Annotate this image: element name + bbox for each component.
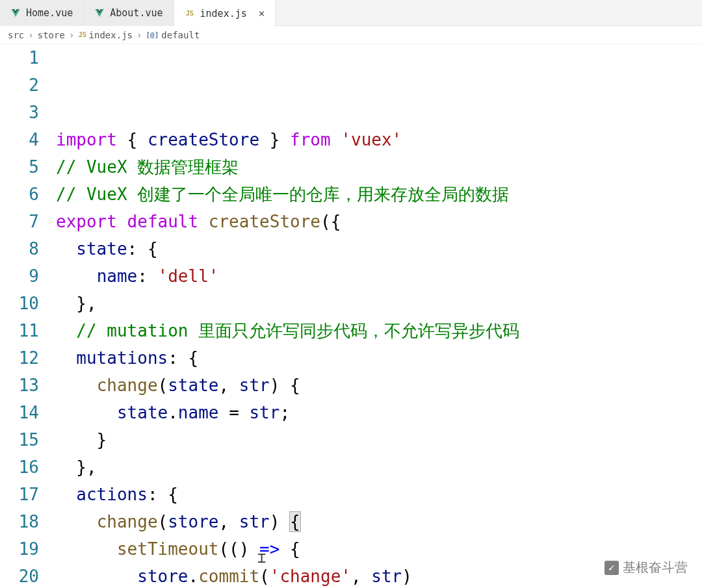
code-line[interactable]: // mutation 里面只允许写同步代码，不允许写异步代码 [56, 317, 702, 344]
code-editor[interactable]: 1234567891011121314151617181920 ⌶ import… [0, 44, 702, 588]
code-content[interactable]: ⌶ import { createStore } from 'vuex'// V… [56, 44, 702, 588]
token-ident: store [137, 567, 188, 586]
code-line[interactable]: state: { [56, 235, 702, 262]
tab-bar: Home.vue About.vue JS index.js × [0, 0, 702, 26]
breadcrumb-item[interactable]: src [8, 30, 24, 40]
code-line[interactable]: actions: { [56, 481, 702, 508]
token-punct: : { [148, 485, 178, 504]
token-ident: name [97, 266, 138, 286]
token-punct: , [218, 376, 239, 395]
token-punct [117, 212, 127, 231]
token-ident: mutations [76, 348, 168, 368]
code-line[interactable]: state.name = str; [56, 399, 702, 426]
vue-icon [10, 8, 21, 18]
token-punct: : { [127, 239, 158, 259]
code-line[interactable]: // VueX 数据管理框架 [56, 153, 702, 181]
token-str: 'vuex' [341, 130, 402, 149]
token-punct: . [188, 567, 199, 586]
js-icon: JS [78, 31, 86, 39]
tab-home-vue[interactable]: Home.vue [0, 0, 84, 26]
token-punct: ) [270, 512, 290, 531]
chevron-right-icon: › [68, 30, 75, 40]
vue-icon [94, 8, 105, 18]
token-punct [56, 539, 117, 559]
token-kw: from [290, 130, 331, 149]
token-ident: str [239, 512, 270, 531]
token-punct [56, 348, 76, 368]
breadcrumb-file-label: index.js [89, 30, 133, 40]
token-punct [56, 266, 97, 286]
code-line[interactable]: export default createStore({ [56, 208, 702, 235]
token-punct [56, 485, 76, 504]
code-line[interactable]: change(store, str) { [56, 508, 702, 535]
token-punct [56, 376, 97, 395]
token-punct [56, 567, 137, 586]
chevron-right-icon: › [27, 30, 34, 40]
token-punct: }, [56, 294, 97, 313]
token-kw: import [56, 130, 117, 149]
breadcrumb-symbol[interactable]: [@] default [146, 30, 200, 40]
tab-label: About.vue [110, 7, 162, 19]
tab-about-vue[interactable]: About.vue [84, 0, 174, 26]
token-ident: str [371, 567, 402, 586]
line-number: 13 [0, 372, 39, 399]
code-line[interactable]: name: 'dell' [56, 262, 702, 290]
token-fn: change [97, 376, 158, 395]
line-number: 3 [0, 99, 39, 126]
token-fn: change [97, 512, 158, 531]
token-fn: commit [198, 567, 259, 586]
token-punct [56, 321, 76, 340]
line-number: 16 [0, 454, 39, 481]
line-number: 19 [0, 535, 39, 563]
line-number: 20 [0, 563, 39, 588]
token-ident: str [249, 403, 280, 422]
token-kw: default [127, 212, 199, 231]
code-line[interactable]: }, [56, 290, 702, 317]
token-punct: : [137, 266, 157, 286]
breadcrumb-item[interactable]: store [38, 30, 65, 40]
token-ident: name [178, 403, 219, 422]
token-ident: state [76, 239, 127, 259]
line-number: 1 [0, 44, 39, 71]
token-punct [331, 130, 341, 149]
token-fn: createStore [209, 212, 320, 231]
code-line[interactable]: } [56, 426, 702, 454]
breadcrumb-file[interactable]: JS index.js [78, 30, 133, 40]
code-line[interactable]: mutations: { [56, 344, 702, 372]
code-line[interactable]: // VueX 创建了一个全局唯一的仓库，用来存放全局的数据 [56, 181, 702, 208]
code-line[interactable]: }, [56, 454, 702, 481]
token-bracket-hl: { [290, 512, 300, 531]
code-line[interactable]: import { createStore } from 'vuex' [56, 126, 702, 153]
token-punct: = [218, 403, 249, 422]
line-number: 14 [0, 399, 39, 426]
line-number: 9 [0, 262, 39, 290]
tab-label: index.js [200, 8, 247, 19]
token-com: // VueX 创建了一个全局唯一的仓库，用来存放全局的数据 [56, 185, 509, 204]
token-punct [198, 212, 209, 231]
line-number: 18 [0, 508, 39, 535]
text-cursor-icon: ⌶ [257, 544, 266, 572]
token-punct: } [259, 130, 290, 149]
line-number: 4 [0, 126, 39, 153]
line-number: 12 [0, 344, 39, 372]
token-punct: ) [402, 567, 412, 586]
token-ident: state [168, 376, 218, 395]
line-number: 7 [0, 208, 39, 235]
line-number: 6 [0, 181, 39, 208]
watermark-icon: ✓ [604, 561, 619, 575]
line-number: 17 [0, 481, 39, 508]
watermark: ✓ 基根奋斗营 [604, 559, 688, 576]
token-punct: ; [280, 403, 290, 422]
code-line[interactable]: change(state, str) { [56, 372, 702, 399]
token-com: // VueX 数据管理框架 [56, 157, 239, 177]
token-ident: actions [76, 485, 148, 504]
token-punct [56, 403, 117, 422]
line-number: 15 [0, 426, 39, 454]
token-ident: str [239, 376, 270, 395]
token-punct: }, [56, 457, 97, 477]
line-number-gutter: 1234567891011121314151617181920 [0, 44, 56, 588]
close-icon[interactable]: × [259, 7, 265, 19]
token-punct: { [280, 539, 300, 559]
tab-index-js[interactable]: JS index.js × [174, 0, 276, 26]
line-number: 2 [0, 71, 39, 99]
